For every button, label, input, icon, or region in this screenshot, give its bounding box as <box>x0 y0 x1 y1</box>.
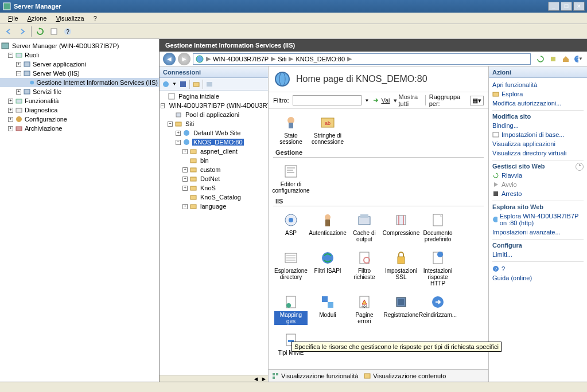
tree-file-services[interactable]: +Servizi file <box>0 87 159 96</box>
conn-folder[interactable]: +aspnet_client <box>160 147 268 156</box>
action-binding[interactable]: Binding... <box>492 121 584 130</box>
refresh-button[interactable] <box>34 26 46 37</box>
action-limits[interactable]: Limiti... <box>492 250 584 259</box>
action-view-vdirs[interactable]: Visualizza directory virtuali <box>492 148 584 158</box>
tab-features-view[interactable]: Visualizzazione funzionalità <box>272 373 358 379</box>
filter-go[interactable]: Vai <box>372 97 390 104</box>
breadcrumb-sites[interactable]: Siti <box>278 56 286 62</box>
collapse-icon[interactable]: − <box>8 53 13 58</box>
breadcrumb[interactable]: ▶ WIN-4D0U3R7IB7P ▶ Siti ▶ KNOS_DEMO:80 … <box>193 53 531 65</box>
conn-start-page[interactable]: Pagina iniziale <box>160 92 268 101</box>
help-button[interactable]: ? <box>61 26 74 37</box>
collapse-icon[interactable]: − <box>16 71 21 76</box>
expand-icon[interactable]: + <box>182 177 188 182</box>
action-stop[interactable]: Arresto <box>492 189 584 198</box>
collapse-section-icon[interactable]: ˄ <box>576 163 584 171</box>
expand-icon[interactable]: + <box>8 99 13 104</box>
action-browse-http[interactable]: Esplora WIN-4D0U3R7IB7P on :80 (http) <box>492 211 584 228</box>
collapse-icon[interactable]: − <box>168 121 173 127</box>
home-icon[interactable] <box>561 54 571 64</box>
forward-button[interactable] <box>16 26 29 37</box>
action-edit-permissions[interactable]: Modifica autorizzazioni... <box>492 99 584 108</box>
feature-http-headers[interactable]: Intestazioni risposte HTTP <box>420 248 456 288</box>
expand-icon[interactable]: + <box>182 186 188 191</box>
expand-icon[interactable]: + <box>16 62 21 67</box>
conn-folder[interactable]: +KnoS <box>160 183 268 193</box>
tree-root[interactable]: Server Manager (WIN-4D0U3R7IB7P) <box>0 41 159 50</box>
save-icon[interactable] <box>179 80 187 88</box>
feature-request-filtering[interactable]: Filtro richieste <box>347 248 382 288</box>
tree-storage[interactable]: +Archiviazione <box>0 124 159 133</box>
feature-config-editor[interactable]: Editor di configurazione <box>273 161 309 195</box>
tree-iis-manager[interactable]: Gestione Internet Information Services (… <box>0 78 159 87</box>
expand-icon[interactable]: + <box>182 167 188 173</box>
menu-help[interactable]: ? <box>89 14 102 23</box>
conn-knos-demo[interactable]: −KNOS_DEMO:80 <box>160 138 268 147</box>
tree-roles[interactable]: −Ruoli <box>0 50 159 60</box>
tree-features[interactable]: +Funzionalità <box>0 96 159 105</box>
nav-back-button[interactable]: ◄ <box>163 53 176 65</box>
collapse-icon[interactable]: − <box>161 103 165 108</box>
minimize-button[interactable]: _ <box>548 2 559 11</box>
expand-icon[interactable]: + <box>176 131 181 136</box>
properties-button[interactable] <box>48 26 60 37</box>
feature-ssl-settings[interactable]: Impostazioni SSL <box>383 248 419 288</box>
view-dropdown[interactable]: ▦▾ <box>470 96 484 105</box>
back-button[interactable] <box>2 26 15 37</box>
expand-icon[interactable]: + <box>8 108 13 113</box>
conn-folder[interactable]: bin <box>160 156 268 165</box>
filter-show-all[interactable]: ▾ Mostra tutti <box>394 93 422 107</box>
scroll-right-icon[interactable]: ► <box>260 375 268 382</box>
maximize-button[interactable]: ☐ <box>561 2 572 11</box>
conn-folder[interactable]: +DotNet <box>160 174 268 183</box>
stop-icon[interactable] <box>548 54 558 64</box>
tab-content-view[interactable]: Visualizzazione contenuto <box>364 373 446 379</box>
action-help[interactable]: ?? <box>492 264 584 273</box>
action-advanced-settings[interactable]: Impostazioni avanzate... <box>492 228 584 237</box>
conn-folder[interactable]: +custom <box>160 165 268 174</box>
conn-default-web-site[interactable]: +Default Web Site <box>160 128 268 138</box>
conn-folder[interactable]: +language <box>160 202 268 211</box>
breadcrumb-site[interactable]: KNOS_DEMO:80 <box>296 56 345 62</box>
expand-icon[interactable]: + <box>182 149 188 154</box>
action-restart[interactable]: Riavvia <box>492 171 584 180</box>
expand-icon[interactable]: + <box>8 117 13 122</box>
conn-folder[interactable]: KnoS_Catalog <box>160 193 268 202</box>
feature-compression[interactable]: Compressione <box>383 210 419 244</box>
collapse-icon[interactable]: − <box>176 140 181 145</box>
feature-session-state[interactable]: Stato sessione <box>273 112 309 147</box>
menu-action[interactable]: Azione <box>23 14 52 23</box>
feature-output-cache[interactable]: Cache di output <box>347 210 382 244</box>
connect-icon[interactable] <box>162 80 170 88</box>
action-view-apps[interactable]: Visualizza applicazioni <box>492 139 584 148</box>
conn-app-pools[interactable]: Pool di applicazioni <box>160 110 268 119</box>
server-add-icon[interactable] <box>205 80 213 88</box>
feature-dir-browsing[interactable]: Esplorazione directory <box>273 248 309 288</box>
expand-icon[interactable]: + <box>8 126 13 131</box>
breadcrumb-server[interactable]: WIN-4D0U3R7IB7P <box>213 56 269 62</box>
scroll-left-icon[interactable]: ◄ <box>252 375 260 382</box>
navigation-tree[interactable]: Server Manager (WIN-4D0U3R7IB7P) −Ruoli … <box>0 39 160 382</box>
help-icon[interactable]: ?▼ <box>573 54 584 64</box>
feature-default-doc[interactable]: Documento predefinito <box>420 210 456 244</box>
conn-sites[interactable]: −Siti <box>160 119 268 128</box>
feature-isapi-filters[interactable]: Filtri ISAPI <box>310 248 345 288</box>
menu-view[interactable]: Visualizza <box>51 14 88 23</box>
refresh-icon[interactable] <box>535 54 546 64</box>
feature-authentication[interactable]: Autenticazione <box>310 210 345 244</box>
expand-icon[interactable]: + <box>16 89 21 95</box>
feature-modules[interactable]: Moduli <box>310 292 345 326</box>
action-explore[interactable]: Esplora <box>492 89 584 99</box>
tree-app-server[interactable]: +Server applicazioni <box>0 60 159 69</box>
filter-input[interactable] <box>293 95 361 105</box>
feature-logging[interactable]: Registrazione <box>383 292 419 326</box>
action-basic-settings[interactable]: Impostazioni di base... <box>492 130 584 139</box>
tree-configuration[interactable]: +Configurazione <box>0 115 159 124</box>
close-button[interactable]: ✕ <box>573 2 585 11</box>
feature-asp[interactable]: ASP <box>273 210 309 244</box>
feature-connection-strings[interactable]: abStringhe di connessione <box>310 112 345 147</box>
feature-handler-mappings[interactable]: Mapping ges <box>273 292 309 326</box>
action-help-online[interactable]: Guida (online) <box>492 273 584 283</box>
feature-error-pages[interactable]: 404Pagine errori <box>347 292 382 326</box>
feature-redirect[interactable]: Reindirizzam... <box>420 292 456 326</box>
